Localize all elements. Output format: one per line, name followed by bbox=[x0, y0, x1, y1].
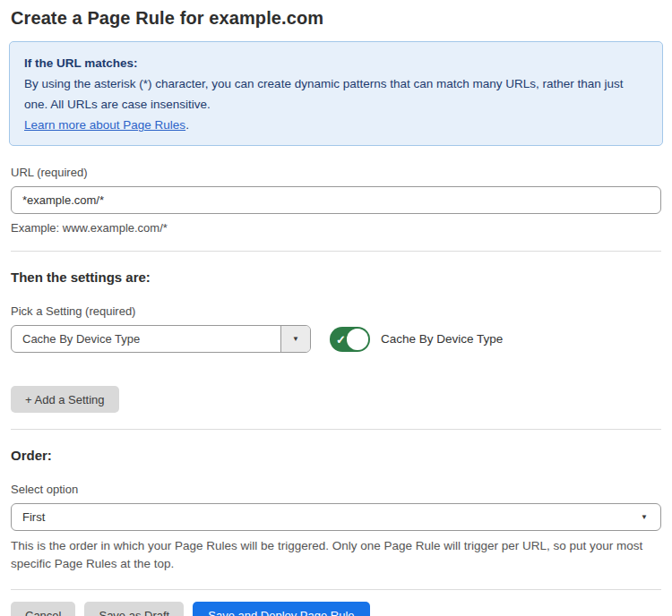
chevron-down-icon: ▼ bbox=[641, 514, 648, 521]
url-input[interactable] bbox=[11, 186, 661, 214]
order-section-heading: Order: bbox=[11, 448, 661, 463]
info-box-heading: If the URL matches: bbox=[24, 53, 648, 73]
pick-setting-label: Pick a Setting (required) bbox=[11, 304, 661, 318]
toggle-knob bbox=[347, 329, 368, 350]
divider bbox=[11, 251, 661, 252]
cancel-button[interactable]: Cancel bbox=[11, 602, 75, 616]
url-match-info-box: If the URL matches: By using the asteris… bbox=[9, 41, 663, 146]
url-example-hint: Example: www.example.com/* bbox=[11, 221, 661, 235]
setting-toggle-label: Cache By Device Type bbox=[381, 332, 503, 346]
learn-more-link[interactable]: Learn more about Page Rules bbox=[24, 118, 185, 132]
link-suffix: . bbox=[185, 118, 189, 132]
order-select-value: First bbox=[22, 510, 45, 524]
info-box-body: By using the asterisk (*) character, you… bbox=[24, 73, 648, 115]
setting-toggle[interactable]: ✓ bbox=[330, 327, 370, 352]
settings-section-heading: Then the settings are: bbox=[11, 270, 661, 285]
info-box-link-line: Learn more about Page Rules. bbox=[24, 115, 648, 135]
save-as-draft-button[interactable]: Save as Draft bbox=[84, 602, 184, 616]
url-field-label: URL (required) bbox=[11, 166, 661, 179]
chevron-down-icon: ▼ bbox=[292, 336, 299, 343]
order-select[interactable]: First ▼ bbox=[11, 503, 661, 531]
setting-row: Cache By Device Type ▼ ✓ Cache By Device… bbox=[11, 325, 661, 353]
footer-buttons: Cancel Save as Draft Save and Deploy Pag… bbox=[11, 602, 661, 616]
setting-dropdown-value: Cache By Device Type bbox=[12, 326, 280, 352]
page-title: Create a Page Rule for example.com bbox=[11, 8, 661, 29]
order-hint: This is the order in which your Page Rul… bbox=[11, 537, 661, 573]
check-icon: ✓ bbox=[336, 332, 346, 346]
divider bbox=[11, 429, 661, 430]
order-select-label: Select option bbox=[11, 483, 661, 496]
setting-dropdown[interactable]: Cache By Device Type ▼ bbox=[11, 325, 311, 353]
add-setting-button[interactable]: + Add a Setting bbox=[11, 386, 119, 413]
setting-dropdown-arrow-button[interactable]: ▼ bbox=[280, 326, 310, 352]
divider bbox=[11, 589, 661, 590]
save-and-deploy-button[interactable]: Save and Deploy Page Rule bbox=[193, 602, 369, 616]
create-page-rule-form: Create a Page Rule for example.com If th… bbox=[0, 8, 672, 616]
